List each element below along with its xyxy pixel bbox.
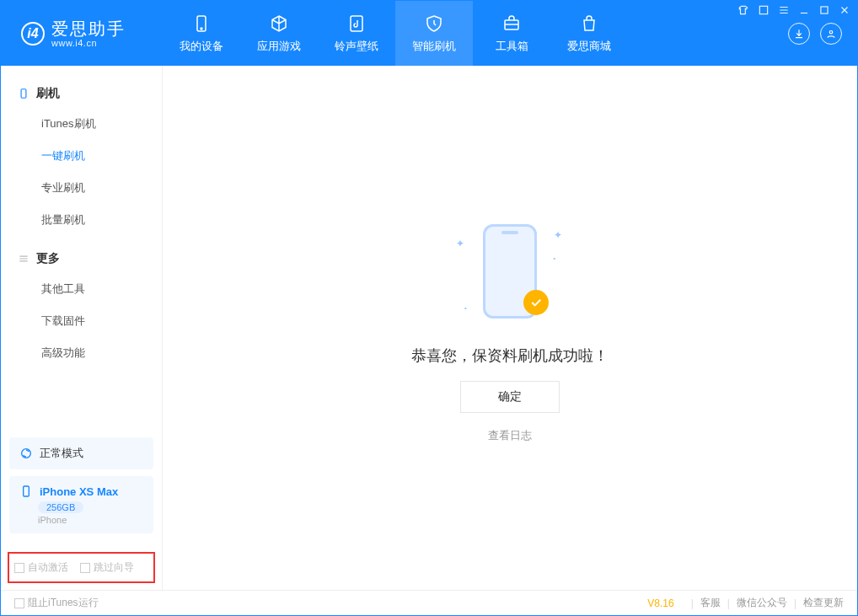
sparkle-icon: ✦ (456, 238, 464, 249)
top-tabs: 我的设备 应用游戏 铃声壁纸 智能刷机 工具箱 爱思商城 (163, 1, 788, 66)
tab-flash[interactable]: 智能刷机 (395, 1, 473, 66)
phone-icon (19, 485, 33, 498)
logo: i4 爱思助手 www.i4.cn (1, 1, 163, 66)
success-illustration: ✦ ✦ • • (434, 212, 586, 330)
check-badge-icon (523, 290, 549, 315)
nav-itunes-flash[interactable]: iTunes刷机 (1, 108, 162, 140)
nav-advanced[interactable]: 高级功能 (1, 337, 162, 369)
options-bar: 自动激活 跳过向导 (8, 552, 155, 583)
checkbox-block-itunes[interactable]: 阻止iTunes运行 (14, 596, 99, 610)
svg-rect-0 (759, 6, 767, 13)
maximize-icon[interactable] (818, 4, 830, 16)
device-type: iPhone (38, 515, 143, 525)
svg-rect-7 (21, 89, 26, 99)
svg-rect-4 (351, 16, 362, 31)
minimize-icon[interactable] (798, 4, 810, 16)
device-icon (191, 13, 212, 34)
nav-pro-flash[interactable]: 专业刷机 (1, 172, 162, 204)
svg-rect-1 (821, 7, 828, 13)
app-url: www.i4.cn (51, 38, 126, 48)
main-content: ✦ ✦ • • 恭喜您，保资料刷机成功啦！ 确定 查看日志 (163, 66, 857, 590)
dot-icon: • (553, 254, 555, 262)
device-capacity: 256GB (38, 501, 83, 513)
tab-store[interactable]: 爱思商城 (550, 1, 628, 66)
mode-card[interactable]: 正常模式 (9, 437, 153, 469)
app-name: 爱思助手 (51, 19, 126, 38)
tab-tools[interactable]: 工具箱 (473, 1, 550, 66)
nav-group-flash: 刷机 (1, 79, 162, 108)
nav-group-more: 更多 (1, 244, 162, 273)
download-icon (793, 28, 805, 40)
mode-label: 正常模式 (40, 446, 83, 461)
sidebar: 刷机 iTunes刷机 一键刷机 专业刷机 批量刷机 更多 其他工具 下载固件 … (1, 66, 163, 590)
nav-other-tools[interactable]: 其他工具 (1, 273, 162, 305)
svg-point-3 (201, 28, 202, 29)
sparkle-icon: ✦ (554, 229, 562, 241)
checkbox-skip-guide[interactable]: 跳过向导 (80, 560, 134, 575)
checkbox-auto-activate[interactable]: 自动激活 (14, 560, 68, 575)
nav-batch-flash[interactable]: 批量刷机 (1, 204, 162, 236)
download-button[interactable] (788, 23, 810, 45)
tab-device[interactable]: 我的设备 (163, 1, 240, 66)
toolbox-icon (501, 13, 522, 34)
logo-icon: i4 (21, 22, 45, 46)
version-label: V8.16 (647, 597, 673, 609)
dot-icon: • (464, 304, 467, 312)
device-name: iPhone XS Max (40, 485, 118, 498)
svg-rect-9 (24, 486, 29, 496)
nav-onekey-flash[interactable]: 一键刷机 (1, 140, 162, 172)
list-icon (18, 253, 29, 265)
cube-icon (269, 13, 289, 34)
window-controls (737, 4, 850, 16)
success-message: 恭喜您，保资料刷机成功啦！ (411, 345, 609, 366)
view-log-link[interactable]: 查看日志 (488, 428, 532, 443)
close-icon[interactable] (839, 4, 850, 16)
update-link[interactable]: 检查更新 (803, 596, 844, 610)
support-link[interactable]: 客服 (700, 596, 721, 610)
shield-icon (424, 13, 444, 34)
phone-icon (18, 88, 29, 99)
nav-firmware[interactable]: 下载固件 (1, 305, 162, 337)
header: i4 爱思助手 www.i4.cn 我的设备 应用游戏 铃声壁纸 智能刷机 (1, 1, 857, 66)
tab-rings[interactable]: 铃声壁纸 (318, 1, 395, 66)
tab-apps[interactable]: 应用游戏 (240, 1, 318, 66)
device-card[interactable]: iPhone XS Max 256GB iPhone (9, 476, 153, 533)
shirt-icon[interactable] (737, 4, 749, 16)
wechat-link[interactable]: 微信公众号 (737, 596, 787, 610)
user-button[interactable] (820, 23, 842, 45)
music-icon (346, 13, 367, 34)
cube-icon[interactable] (758, 4, 770, 16)
ok-button[interactable]: 确定 (460, 381, 560, 413)
user-icon (825, 28, 837, 40)
svg-point-6 (829, 30, 833, 34)
menu-icon[interactable] (778, 4, 790, 16)
bag-icon (579, 13, 599, 34)
sync-icon (19, 447, 33, 460)
statusbar: 阻止iTunes运行 V8.16 | 客服 | 微信公众号 | 检查更新 (1, 590, 857, 615)
